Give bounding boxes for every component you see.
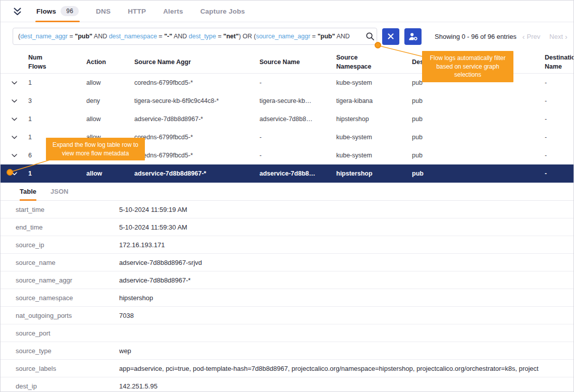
collapse-panel-button[interactable] [13,7,22,16]
detail-value: 5-10-2024 11:59:30 AM [119,223,573,231]
detail-row: source_typewep [1,342,573,360]
column-header: Source Name [259,56,336,69]
expand-row-chevron-icon[interactable] [12,172,28,176]
detail-key: dest_ip [16,382,119,390]
flow-detail-panel: TableJSON start_time5-10-2024 11:59:19 A… [1,183,573,392]
tab-flows[interactable]: Flows96 [36,1,79,22]
detail-row: start_time5-10-2024 11:59:19 AM [1,201,573,218]
detail-value: 5-10-2024 11:59:19 AM [119,206,573,213]
cell-dest_name_aggr: pub [412,116,545,123]
cell-source_name: tigera-secure-kb… [259,97,336,104]
detail-row: end_time5-10-2024 11:59:30 AM [1,218,573,236]
cell-source_name: - [259,79,336,86]
tab-http[interactable]: HTTP [128,1,146,22]
detail-key: source_ip [16,241,119,249]
detail-row: dest_ip142.251.5.95 [1,377,573,392]
column-header: Destination Name [545,51,573,73]
cell-source_namespace: hipstershop [336,116,412,123]
cell-num: 1 [28,116,86,123]
cell-dest_name: - [545,79,573,86]
detail-value: adservice-7d8b8d8967-srjvd [119,259,573,266]
cell-source_name_aggr: tigera-secure-kb-6f9c9c44c8-* [134,97,259,104]
cell-source_name_aggr: adservice-7d8b8d8967-* [134,170,259,177]
callout-expand-tip: Expand the flow log table row to view mo… [46,138,145,160]
column-header: Source Name Aggr [134,56,259,69]
cell-dest_name_aggr: pub [412,97,545,104]
cell-source_namespace: hipstershop [336,170,412,177]
callout-filter-tip: Flow logs automatically filter based on … [422,51,513,82]
cell-dest_name: - [545,116,573,123]
detail-tab-table[interactable]: Table [20,183,36,200]
cell-source_name_aggr: coredns-6799fbcd5-* [134,152,259,159]
cell-source_namespace: kube-system [336,79,412,86]
expand-row-chevron-icon[interactable] [12,81,28,85]
detail-row: source_namespacehipstershop [1,289,573,307]
user-gear-icon [408,32,418,41]
next-label: Next [549,33,563,40]
tab-bar: Flows96DNSHTTPAlertsCapture Jobs [1,1,573,22]
detail-key: start_time [16,206,119,213]
detail-value: 172.16.193.171 [119,241,573,249]
cell-source_name: - [259,152,336,159]
cell-dest_name: - [545,97,573,104]
cell-source_namespace: tigera-kibana [336,97,412,104]
flow-logs-panel: Flows96DNSHTTPAlertsCapture Jobs (dest_n… [0,0,574,392]
detail-value: adservice-7d8b8d8967-* [119,276,573,284]
expand-row-chevron-icon[interactable] [12,136,28,139]
cell-num: 3 [28,97,86,104]
detail-tab-json[interactable]: JSON [50,183,68,200]
query-input[interactable]: (dest_name_aggr = "pub" AND dest_namespa… [13,28,377,45]
detail-row: source_ip172.16.193.171 [1,236,573,254]
cell-dest_name_aggr: pub [412,170,545,177]
callout-anchor-dot-filter [375,42,381,48]
detail-key: source_type [16,347,119,355]
cell-dest_name: - [545,134,573,141]
clear-filter-button[interactable] [382,28,399,45]
flow-row[interactable]: 3denytigera-secure-kb-6f9c9c44c8-*tigera… [1,92,573,110]
cell-dest_name: - [545,170,573,177]
cell-num: 1 [28,170,86,177]
column-header: Num Flows [28,51,86,73]
cell-source_name: adservice-7d8b8… [259,170,336,177]
cell-source_namespace: kube-system [336,152,412,159]
pagination: ‹ Prev Next › [523,33,569,40]
expand-row-chevron-icon[interactable] [12,118,28,121]
expand-row-chevron-icon[interactable] [12,99,28,103]
flow-row[interactable]: 1allowadservice-7d8b8d8967-*adservice-7d… [1,110,573,128]
expand-row-chevron-icon[interactable] [12,154,28,157]
cell-source_name_aggr: coredns-6799fbcd5-* [134,134,259,141]
double-chevron-down-icon [13,7,22,16]
next-button[interactable]: Next › [549,33,567,40]
expander-column-header [12,61,28,65]
detail-value: 7038 [119,312,573,319]
detail-value: 142.251.5.95 [119,382,573,390]
detail-kv-list: start_time5-10-2024 11:59:19 AMend_time5… [1,201,573,392]
tab-alerts[interactable]: Alerts [163,1,183,22]
query-text: (dest_name_aggr = "pub" AND dest_namespa… [18,33,351,40]
flow-table-body: 1allowcoredns-6799fbcd5-*-kube-systempub… [1,74,573,183]
detail-key: source_namespace [16,294,119,302]
column-header: Action [86,56,134,69]
showing-entries-text: Showing 0 - 96 of 96 entries [435,33,516,40]
cell-action: allow [86,116,134,123]
detail-tabs: TableJSON [1,183,573,201]
filter-settings-button[interactable] [404,28,422,45]
tab-capture-jobs[interactable]: Capture Jobs [200,1,245,22]
cell-dest_name: - [545,152,573,159]
search-icon[interactable] [366,32,375,41]
detail-key: source_name_aggr [16,276,119,284]
tab-label: HTTP [128,8,146,15]
prev-button[interactable]: ‹ Prev [523,33,541,40]
detail-value: app=adservice, pci=true, pod-template-ha… [119,365,573,372]
cell-source_name_aggr: coredns-6799fbcd5-* [134,79,259,86]
cell-dest_name_aggr: pub [412,134,545,141]
tab-dns[interactable]: DNS [96,1,111,22]
flow-row[interactable]: 1allowadservice-7d8b8d8967-*adservice-7d… [1,164,573,183]
cell-dest_name_aggr: pub [412,152,545,159]
detail-value: hipstershop [119,294,573,302]
tab-label: Capture Jobs [200,8,245,15]
cell-action: deny [86,97,134,104]
detail-row: source_labelsapp=adservice, pci=true, po… [1,360,573,377]
detail-key: source_port [16,329,119,337]
clear-icon [388,33,394,39]
